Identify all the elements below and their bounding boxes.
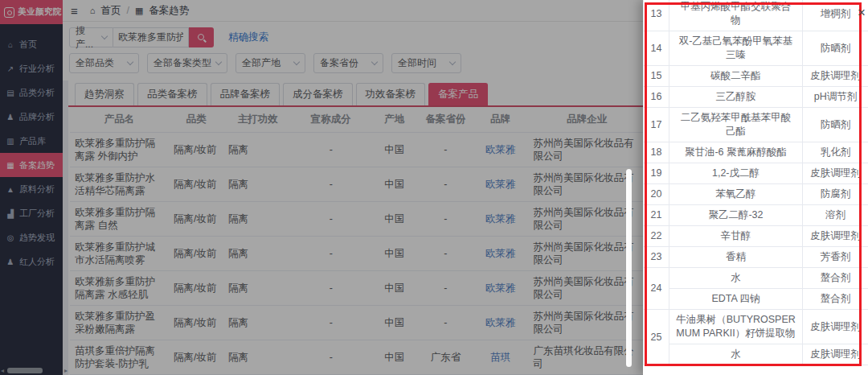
ingredient-table: 13甲基丙烯酸甲酯交联聚合物增稠剂 14双-乙基己氧苯酚甲氧苯基三嗪防晒剂 15…: [643, 0, 868, 365]
ingredient-row: 水皮肤调理剂: [644, 344, 868, 365]
app-window: 美业颜究院 ⌂首页 ↗行业分析 ▤品类分析 ♟品牌分析 ▥产品库 ▦备案趋势 ▲…: [0, 0, 868, 375]
ingredient-row: 13甲基丙烯酸甲酯交联聚合物增稠剂: [644, 0, 868, 31]
close-icon[interactable]: ×: [858, 6, 866, 19]
ingredient-type: 溶剂: [803, 205, 868, 226]
ingredient-type: 防晒剂: [803, 31, 868, 66]
ingredient-row: 17二乙氨羟苯甲酰基苯甲酸己酯防晒剂: [644, 108, 868, 142]
ingredient-name: EDTA 四钠: [669, 289, 803, 310]
ingredient-type: 皮肤调理剂: [803, 66, 868, 87]
ingredient-name: 苯氧乙醇: [669, 184, 803, 205]
ingredient-type: 芳香剂: [803, 247, 868, 268]
ingredient-type: 螯合剂: [803, 289, 868, 310]
ingredient-index: 25: [644, 310, 669, 365]
ingredient-type: 防晒剂: [803, 108, 868, 142]
ingredient-name: 辛甘醇: [669, 226, 803, 247]
ingredient-name: 聚乙二醇-32: [669, 205, 803, 226]
ingredient-name: 牛油果树（BUTYROSPERMUM PARKII）籽饼提取物: [669, 310, 803, 344]
ingredient-index: 18: [644, 142, 669, 163]
ingredient-name: 碳酸二辛酯: [669, 66, 803, 87]
ingredient-index: 13: [644, 0, 669, 31]
ingredient-name: 甲基丙烯酸甲酯交联聚合物: [669, 0, 803, 31]
ingredient-row: 14双-乙基己氧苯酚甲氧苯基三嗪防晒剂: [644, 31, 868, 66]
ingredient-row: EDTA 四钠螯合剂: [644, 289, 868, 310]
ingredient-name: 聚甘油-6 聚蓖麻醇酸酯: [669, 142, 803, 163]
ingredient-index: 20: [644, 184, 669, 205]
ingredient-name: 水: [669, 344, 803, 365]
ingredient-name: 双-乙基己氧苯酚甲氧苯基三嗪: [669, 31, 803, 66]
modal-mask[interactable]: [0, 0, 643, 375]
ingredient-row: 22辛甘醇皮肤调理剂: [644, 226, 868, 247]
ingredient-type: 皮肤调理剂: [803, 163, 868, 184]
ingredient-row: 24水螯合剂: [644, 268, 868, 289]
ingredient-index: 23: [644, 247, 669, 268]
ingredient-type: 皮肤调理剂: [803, 310, 868, 344]
ingredient-row: 20苯氧乙醇防腐剂: [644, 184, 868, 205]
ingredient-type: pH调节剂: [803, 87, 868, 108]
ingredient-row: 15碳酸二辛酯皮肤调理剂: [644, 66, 868, 87]
ingredient-type: 防腐剂: [803, 184, 868, 205]
ingredient-row: 25牛油果树（BUTYROSPERMUM PARKII）籽饼提取物皮肤调理剂: [644, 310, 868, 344]
ingredient-index: 19: [644, 163, 669, 184]
ingredient-row: 191,2-戊二醇皮肤调理剂: [644, 163, 868, 184]
ingredient-index: 15: [644, 66, 669, 87]
ingredient-index: 21: [644, 205, 669, 226]
ingredient-type: 螯合剂: [803, 268, 868, 289]
ingredient-drawer: 13甲基丙烯酸甲酯交联聚合物增稠剂 14双-乙基己氧苯酚甲氧苯基三嗪防晒剂 15…: [643, 0, 868, 375]
ingredient-row: 23香精芳香剂: [644, 247, 868, 268]
ingredient-type: 皮肤调理剂: [803, 226, 868, 247]
ingredient-name: 三乙醇胺: [669, 87, 803, 108]
ingredient-type: 乳化剂: [803, 142, 868, 163]
ingredient-name: 水: [669, 268, 803, 289]
ingredient-index: 16: [644, 87, 669, 108]
ingredient-index: 14: [644, 31, 669, 66]
ingredient-name: 1,2-戊二醇: [669, 163, 803, 184]
ingredient-name: 香精: [669, 247, 803, 268]
ingredient-index: 24: [644, 268, 669, 310]
ingredient-index: 17: [644, 108, 669, 142]
ingredient-type: 皮肤调理剂: [803, 344, 868, 365]
ingredient-row: 18聚甘油-6 聚蓖麻醇酸酯乳化剂: [644, 142, 868, 163]
ingredient-row: 16三乙醇胺pH调节剂: [644, 87, 868, 108]
ingredient-row: 21聚乙二醇-32溶剂: [644, 205, 868, 226]
scrollbar-thumb[interactable]: [626, 169, 632, 367]
ingredient-index: 22: [644, 226, 669, 247]
ingredient-name: 二乙氨羟苯甲酰基苯甲酸己酯: [669, 108, 803, 142]
